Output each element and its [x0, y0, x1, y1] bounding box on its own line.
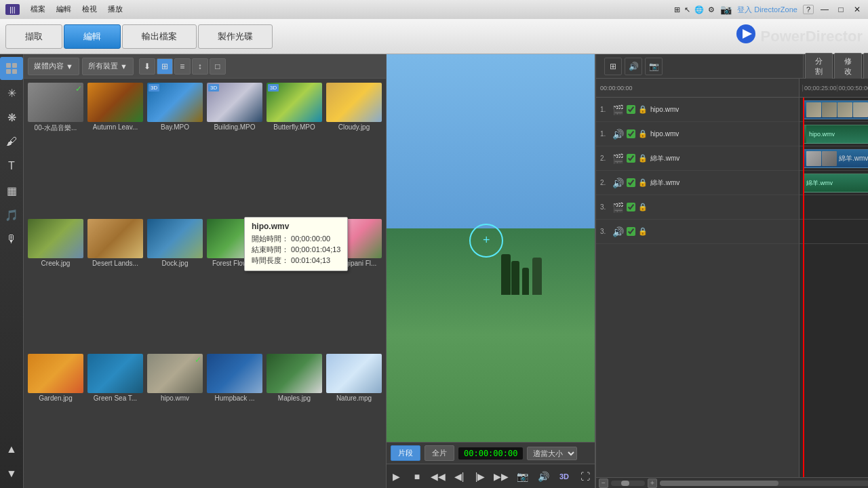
scroll-minus[interactable]: − — [599, 479, 608, 488]
sidebar-chapters[interactable]: ▦ — [0, 179, 23, 202]
sidebar-piptitles[interactable]: 🖌 — [0, 130, 23, 153]
media-item-7[interactable]: Creek.jpg — [26, 218, 85, 350]
sidebar-transitions[interactable]: ✳ — [0, 81, 23, 104]
grid-icon[interactable]: ⊞ — [674, 5, 680, 14]
menu-file[interactable]: 檔案 — [31, 4, 45, 15]
sidebar-text[interactable]: T — [0, 155, 23, 178]
3d-btn[interactable]: 3D — [555, 467, 574, 486]
grid-view-btn[interactable]: ⊞ — [157, 58, 173, 75]
media-item-16[interactable]: Humpback ... — [205, 352, 264, 485]
track-row-3[interactable]: 綿羊.wmv — [800, 171, 868, 195]
media-item-18[interactable]: Nature.mpg — [325, 352, 383, 485]
device-dropdown[interactable]: 所有裝置 ▼ — [82, 58, 134, 75]
tool-split[interactable]: 分割 — [805, 53, 833, 80]
track-lock-icon[interactable]: 🔒 — [638, 203, 648, 211]
track-visibility-checkbox[interactable] — [627, 129, 635, 138]
track-row-5[interactable] — [800, 220, 868, 244]
track-lock-icon[interactable]: 🔒 — [638, 129, 648, 138]
minimize-btn[interactable]: — — [819, 4, 830, 15]
sidebar-voiceover[interactable]: 🎙 — [0, 228, 23, 251]
media-item-15[interactable]: ✓ hipo.wmv — [146, 352, 204, 485]
close-btn[interactable]: ✕ — [852, 4, 863, 15]
track-visibility-checkbox[interactable] — [627, 105, 635, 114]
track-lock-icon[interactable]: 🔒 — [638, 227, 648, 236]
tl-audio-btn[interactable]: 🔊 — [625, 58, 642, 75]
menu-play[interactable]: 播放 — [108, 4, 123, 15]
tool-edit[interactable]: 修改 — [834, 53, 862, 80]
sidebar-media[interactable] — [0, 57, 23, 80]
settings-icon[interactable]: ⚙ — [708, 5, 715, 14]
import-btn[interactable]: ⬇ — [139, 58, 155, 75]
track-row-4[interactable] — [800, 195, 868, 220]
media-item-14[interactable]: Green Sea T... — [86, 352, 144, 485]
media-item-3[interactable]: 3D Bay.MPO — [146, 81, 204, 216]
user-label[interactable]: 登入 DirectorZone — [737, 5, 797, 15]
tool-trim[interactable]: 修剪 — [863, 53, 868, 80]
fullscreen-btn[interactable]: ⛶ — [576, 467, 595, 486]
tab-edit[interactable]: 編輯 — [64, 24, 121, 49]
clip-hipo-audio[interactable]: hipo.wmv — [803, 125, 868, 144]
prev-frame-btn[interactable]: ◀◀ — [429, 467, 448, 486]
tab-disc[interactable]: 製作光碟 — [198, 24, 273, 49]
scroll-thumb[interactable] — [660, 481, 778, 486]
maximize-btn[interactable]: □ — [835, 4, 846, 15]
menu-view[interactable]: 檢視 — [82, 4, 97, 15]
clip-hipo-video[interactable]: hipo.wmv — [803, 100, 868, 119]
globe-icon[interactable]: 🌐 — [694, 5, 704, 14]
preview-crosshair[interactable]: + — [469, 224, 503, 258]
media-item-2[interactable]: Autumn Leav... — [86, 81, 144, 216]
tab-capture[interactable]: 擷取 — [5, 24, 62, 49]
list-view-btn[interactable]: ≡ — [174, 58, 191, 75]
sidebar-effects[interactable]: ❋ — [0, 106, 23, 129]
tl-grid-btn[interactable]: ⊞ — [604, 58, 622, 75]
track-row-2[interactable]: 綿羊.wmv — [800, 146, 868, 171]
sidebar-scroll-up[interactable]: ▲ — [0, 438, 23, 461]
sidebar-scroll-down[interactable]: ▼ — [0, 462, 23, 485]
timeline-cursor[interactable] — [803, 98, 804, 477]
track-visibility-checkbox[interactable] — [627, 154, 635, 163]
scroll-track[interactable] — [660, 481, 868, 486]
sidebar-audio[interactable]: 🎵 — [0, 203, 23, 226]
step-fwd-btn[interactable]: |▶ — [471, 467, 490, 486]
tab-full[interactable]: 全片 — [425, 445, 454, 461]
help-btn[interactable]: ? — [803, 5, 814, 14]
media-item-6[interactable]: Cloudy.jpg — [325, 81, 383, 216]
media-item-5[interactable]: 3D Butterfly.MPO — [265, 81, 323, 216]
zoom-slider[interactable] — [611, 481, 645, 486]
menu-edit[interactable]: 編輯 — [56, 4, 71, 15]
step-back-btn[interactable]: ◀| — [450, 467, 469, 486]
media-item-13[interactable]: Garden.jpg — [26, 352, 85, 485]
clip-sheep-video[interactable]: 綿羊.wmv — [803, 149, 868, 168]
menu-app-icon[interactable]: ||| — [5, 4, 20, 15]
play-btn[interactable]: ▶ — [387, 467, 406, 486]
track-lock-icon[interactable]: 🔒 — [638, 105, 648, 114]
media-item-17[interactable]: Maples.jpg — [265, 352, 323, 485]
camera-icon[interactable]: 📷 — [720, 4, 732, 15]
media-item-9[interactable]: Dock.jpg — [146, 218, 204, 350]
scroll-plus[interactable]: + — [648, 479, 657, 488]
size-select[interactable]: 適當大小 — [527, 447, 577, 460]
media-item-8[interactable]: Desert Lands... — [86, 218, 144, 350]
tl-camera-btn[interactable]: 📷 — [645, 58, 663, 75]
media-item-4[interactable]: 3D Building.MPO — [205, 81, 264, 216]
sort-btn[interactable]: ↕ — [192, 58, 208, 75]
track-content[interactable]: hipo.wmv hipo.wmv ☛ 綿羊.wmv 綿羊. — [800, 98, 868, 477]
track-visibility-checkbox[interactable] — [627, 178, 635, 187]
track-row-0[interactable]: hipo.wmv — [800, 98, 868, 122]
track-lock-icon[interactable]: 🔒 — [638, 154, 648, 163]
track-lock-icon[interactable]: 🔒 — [638, 178, 648, 187]
cursor-icon[interactable]: ↖ — [684, 5, 690, 14]
media-item-1[interactable]: ✓ 00-水晶音樂... — [26, 81, 85, 216]
filter-btn[interactable]: □ — [210, 58, 226, 75]
track-visibility-checkbox[interactable] — [627, 227, 635, 236]
audio-btn[interactable]: 🔊 — [534, 467, 553, 486]
library-dropdown[interactable]: 媒體內容 ▼ — [28, 58, 79, 75]
stop-btn[interactable]: ■ — [408, 467, 427, 486]
tab-clip[interactable]: 片段 — [391, 445, 420, 461]
tab-output[interactable]: 輸出檔案 — [122, 24, 197, 49]
track-visibility-checkbox[interactable] — [627, 203, 635, 211]
next-frame-btn[interactable]: ▶▶ — [492, 467, 511, 486]
track-row-1[interactable]: hipo.wmv ☛ — [800, 122, 868, 146]
snapshot-btn[interactable]: 📷 — [513, 467, 532, 486]
clip-sheep-audio[interactable]: 綿羊.wmv — [803, 174, 868, 192]
